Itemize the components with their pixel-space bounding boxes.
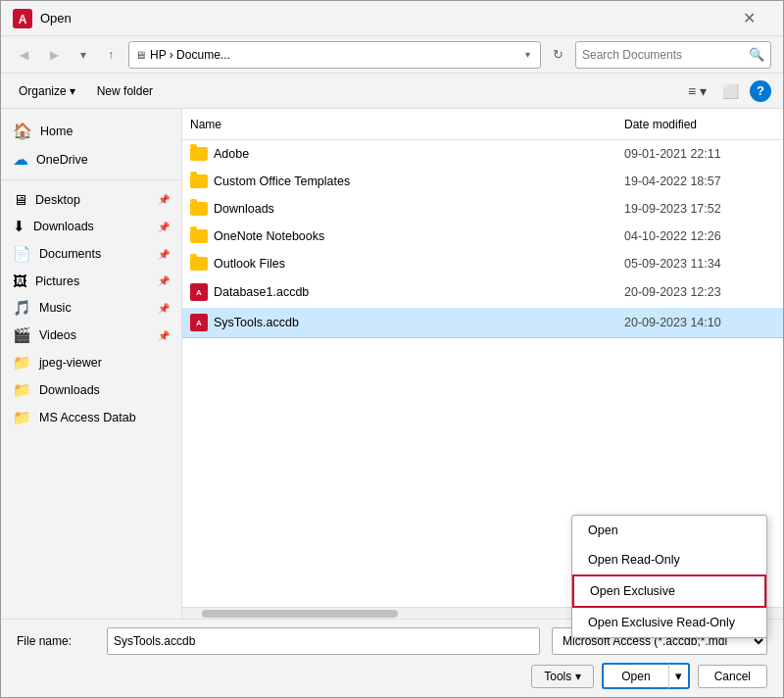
svg-text:A: A xyxy=(19,13,27,26)
sidebar-item-jpeg-viewer[interactable]: 📁 jpeg-viewer xyxy=(1,349,181,376)
pin-icon-desktop: 📌 xyxy=(158,194,170,205)
organize-toolbar: Organize ▾ New folder ≡ ▾ ⬜ ? xyxy=(1,74,783,109)
file-name-label: File name: xyxy=(17,634,95,648)
jpeg-viewer-icon: 📁 xyxy=(13,354,31,372)
file-list-header: Name Date modified xyxy=(182,109,783,140)
open-dialog: A Open ✕ ◀ ▶ ▾ ↑ 🖥 HP › Docume... ▾ ↻ 🔍 … xyxy=(0,0,784,698)
dropdown-item-open[interactable]: Open xyxy=(572,516,766,545)
table-row[interactable]: A SysTools.accdb 20-09-2023 14:10 xyxy=(182,308,783,338)
onedrive-icon: ☁ xyxy=(13,150,28,169)
sidebar-label-onedrive: OneDrive xyxy=(36,153,88,167)
file-date-cell: 19-09-2023 17:52 xyxy=(616,200,783,218)
back-button[interactable]: ◀ xyxy=(13,43,35,67)
table-row[interactable]: Custom Office Templates 19-04-2022 18:57 xyxy=(182,168,783,195)
file-date-cell: 20-09-2023 14:10 xyxy=(616,314,783,331)
music-icon: 🎵 xyxy=(13,299,31,317)
col-header-date[interactable]: Date modified xyxy=(616,114,783,135)
title-bar: A Open ✕ xyxy=(1,1,783,36)
sidebar-item-onedrive[interactable]: ☁ OneDrive xyxy=(1,145,181,174)
sidebar-label-ms-access: MS Access Datab xyxy=(39,411,136,424)
dropdown-item-open-exclusive-readonly[interactable]: Open Exclusive Read-Only xyxy=(572,608,766,637)
folder-icon xyxy=(190,147,208,161)
refresh-button[interactable]: ↻ xyxy=(549,45,567,64)
sidebar: 🏠 Home ☁ OneDrive 🖥 Desktop 📌 ⬇ Download… xyxy=(1,109,182,619)
open-button-group: Open ▾ xyxy=(602,663,689,689)
open-dropdown-button[interactable]: ▾ xyxy=(668,663,690,689)
sidebar-item-music[interactable]: 🎵 Music 📌 xyxy=(1,294,181,322)
cancel-button[interactable]: Cancel xyxy=(698,665,767,688)
up-button[interactable]: ↑ xyxy=(101,43,121,67)
pin-icon-documents: 📌 xyxy=(158,249,170,260)
title-bar-left: A Open xyxy=(13,9,72,28)
folder-icon xyxy=(190,229,208,243)
pin-icon-music: 📌 xyxy=(158,303,170,314)
file-date-cell: 04-10-2022 12:26 xyxy=(616,227,783,245)
search-input[interactable] xyxy=(582,48,745,62)
sidebar-item-pictures[interactable]: 🖼 Pictures 📌 xyxy=(1,268,181,294)
file-name-cell: A SysTools.accdb xyxy=(182,312,616,333)
sidebar-item-desktop[interactable]: 🖥 Desktop 📌 xyxy=(1,186,181,213)
forward-button[interactable]: ▶ xyxy=(43,43,66,67)
sidebar-label-downloads2: Downloads xyxy=(39,383,100,397)
file-date-cell: 09-01-2021 22:11 xyxy=(616,145,783,163)
pin-icon-pictures: 📌 xyxy=(158,275,170,286)
pictures-icon: 🖼 xyxy=(13,273,27,289)
file-name-input[interactable] xyxy=(107,627,540,655)
table-row[interactable]: Adobe 09-01-2021 22:11 xyxy=(182,140,783,168)
view-options-button[interactable]: ≡ ▾ xyxy=(683,80,711,102)
file-name-cell: Custom Office Templates xyxy=(182,173,616,190)
sidebar-divider xyxy=(1,179,181,180)
search-box[interactable]: 🔍 xyxy=(575,41,771,69)
dropdown-nav-button[interactable]: ▾ xyxy=(74,43,93,67)
accdb-icon: A xyxy=(190,314,208,331)
table-row[interactable]: A Database1.accdb 20-09-2023 12:23 xyxy=(182,277,783,308)
sidebar-label-videos: Videos xyxy=(39,328,76,342)
sidebar-label-home: Home xyxy=(40,125,73,138)
pane-toggle-button[interactable]: ⬜ xyxy=(717,80,744,102)
file-date-cell: 19-04-2022 18:57 xyxy=(616,173,783,190)
col-header-name[interactable]: Name xyxy=(182,114,616,135)
address-chevron[interactable]: ▾ xyxy=(521,47,534,62)
dropdown-item-open-exclusive[interactable]: Open Exclusive xyxy=(572,574,766,608)
sidebar-item-documents[interactable]: 📄 Documents 📌 xyxy=(1,240,181,268)
app-icon: A xyxy=(13,9,32,28)
action-row: Tools ▾ Open ▾ Cancel xyxy=(17,663,767,689)
ms-access-icon: 📁 xyxy=(13,409,31,426)
sidebar-item-ms-access[interactable]: 📁 MS Access Datab xyxy=(1,404,181,431)
pin-icon-downloads: 📌 xyxy=(158,222,170,232)
sidebar-label-jpeg-viewer: jpeg-viewer xyxy=(39,356,102,370)
file-name-cell: OneNote Notebooks xyxy=(182,227,616,245)
sidebar-label-music: Music xyxy=(39,301,72,315)
sidebar-item-videos[interactable]: 🎬 Videos 📌 xyxy=(1,322,181,349)
table-row[interactable]: Downloads 19-09-2023 17:52 xyxy=(182,195,783,223)
accdb-icon: A xyxy=(190,283,208,301)
sidebar-item-downloads2[interactable]: 📁 Downloads xyxy=(1,376,181,404)
new-folder-button[interactable]: New folder xyxy=(89,81,161,101)
file-name-cell: A Database1.accdb xyxy=(182,281,616,303)
open-dropdown-arrow: ▾ xyxy=(675,669,682,683)
sidebar-item-home[interactable]: 🏠 Home xyxy=(1,117,181,145)
address-path: HP › Docume... xyxy=(150,48,517,62)
tools-button[interactable]: Tools ▾ xyxy=(531,665,594,688)
help-button[interactable]: ? xyxy=(750,80,771,102)
documents-icon: 📄 xyxy=(13,245,31,263)
folder-icon xyxy=(190,202,208,216)
toolbar2-right: ≡ ▾ ⬜ ? xyxy=(683,80,771,102)
organize-button[interactable]: Organize ▾ xyxy=(13,81,81,101)
pin-icon-videos: 📌 xyxy=(158,330,170,341)
sidebar-item-downloads[interactable]: ⬇ Downloads 📌 xyxy=(1,213,181,240)
search-button[interactable]: 🔍 xyxy=(749,47,764,62)
file-date-cell: 05-09-2023 11:34 xyxy=(616,255,783,273)
dropdown-item-open-readonly[interactable]: Open Read-Only xyxy=(572,545,766,574)
open-button[interactable]: Open xyxy=(602,663,667,689)
close-button[interactable]: ✕ xyxy=(726,5,771,32)
file-date-cell: 20-09-2023 12:23 xyxy=(616,283,783,301)
toolbar2-left: Organize ▾ New folder xyxy=(13,81,161,101)
home-icon: 🏠 xyxy=(13,122,32,140)
table-row[interactable]: OneNote Notebooks 04-10-2022 12:26 xyxy=(182,223,783,250)
downloads-icon: ⬇ xyxy=(13,218,25,235)
videos-icon: 🎬 xyxy=(13,326,31,344)
table-row[interactable]: Outlook Files 05-09-2023 11:34 xyxy=(182,250,783,277)
address-bar[interactable]: 🖥 HP › Docume... ▾ xyxy=(128,41,541,69)
open-dropdown-menu: Open Open Read-Only Open Exclusive Open … xyxy=(571,515,767,638)
